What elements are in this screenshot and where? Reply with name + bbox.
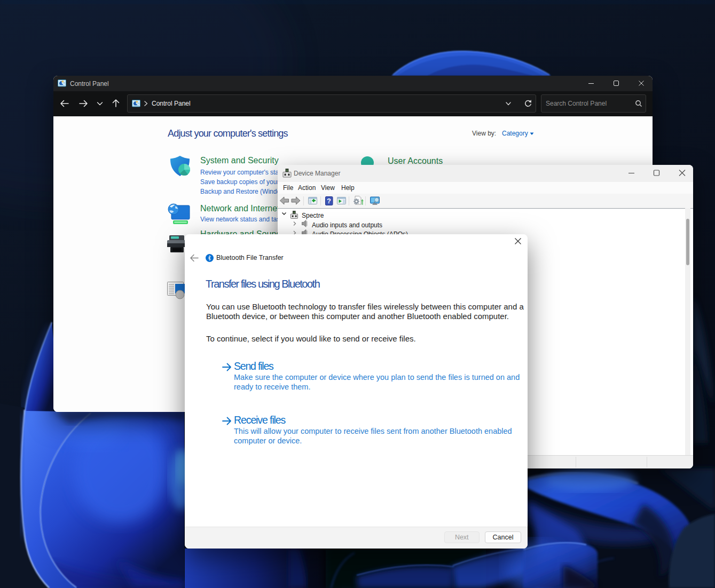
svg-text:?: ? bbox=[327, 197, 331, 205]
